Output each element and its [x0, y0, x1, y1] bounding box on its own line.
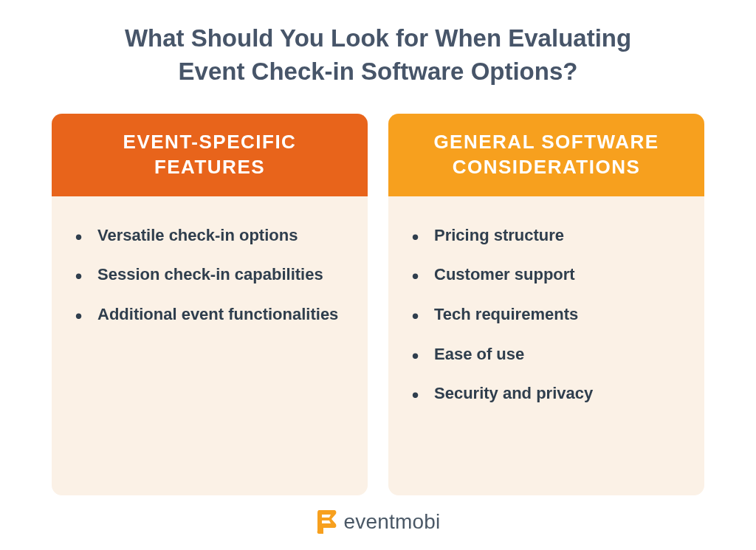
feature-list: Pricing structure Customer support Tech … — [430, 224, 678, 405]
card-body: Versatile check-in options Session check… — [52, 196, 368, 365]
feature-list: Versatile check-in options Session check… — [93, 224, 341, 326]
list-item: Pricing structure — [430, 224, 678, 247]
list-item: Additional event functionalities — [93, 303, 341, 326]
brand-name: eventmobi — [344, 510, 441, 534]
card-header: GENERAL SOFTWARE CONSIDERATIONS — [388, 114, 704, 196]
brand-logo: eventmobi — [316, 509, 441, 535]
card-body: Pricing structure Customer support Tech … — [388, 196, 704, 444]
list-item: Security and privacy — [430, 382, 678, 405]
list-item: Versatile check-in options — [93, 224, 341, 247]
list-item: Tech requirements — [430, 303, 678, 326]
eventmobi-logo-icon — [316, 509, 338, 535]
page-title: What Should You Look for When Evaluating… — [90, 22, 666, 88]
list-item: Customer support — [430, 264, 678, 286]
list-item: Ease of use — [430, 343, 678, 365]
card-event-specific: EVENT-SPECIFIC FEATURES Versatile check-… — [52, 114, 368, 495]
card-header: EVENT-SPECIFIC FEATURES — [52, 114, 368, 196]
list-item: Session check-in capabilities — [93, 264, 341, 286]
card-general-software: GENERAL SOFTWARE CONSIDERATIONS Pricing … — [388, 114, 704, 495]
cards-container: EVENT-SPECIFIC FEATURES Versatile check-… — [52, 114, 704, 495]
